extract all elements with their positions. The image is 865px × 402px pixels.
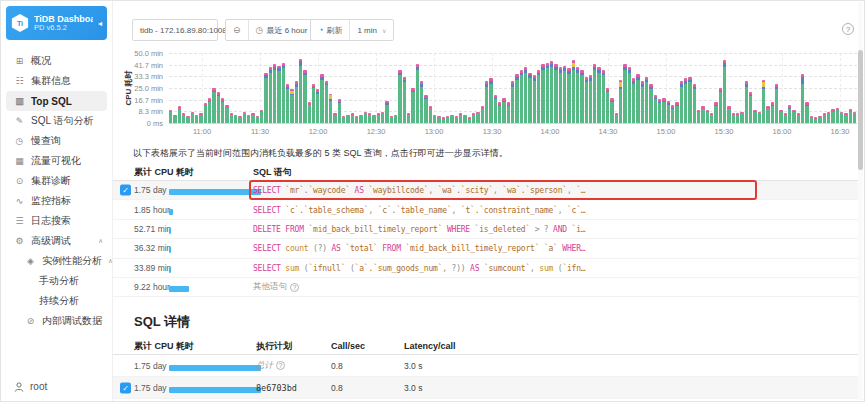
chart-bar-segment-green xyxy=(325,85,328,123)
checkbox-checked[interactable]: ✓ xyxy=(120,382,131,393)
chart-bar-segment-green xyxy=(580,75,583,123)
table-row[interactable]: 1.75 day总计?0.83.0 s xyxy=(113,355,858,377)
chart-bar-segment-green xyxy=(524,73,527,123)
chart-bar xyxy=(827,112,830,123)
cpu-bar-cell xyxy=(169,278,189,296)
chart-bar-segment-green xyxy=(403,82,406,123)
chart-bar-segment-green xyxy=(472,115,475,123)
sidebar-item-overview[interactable]: ⊞概况 xyxy=(1,51,112,71)
sidebar-item-slow-query[interactable]: ◷慢查询 xyxy=(1,131,112,151)
sidebar-item-label: 概况 xyxy=(31,54,51,68)
chart-bar xyxy=(836,108,839,123)
chart-x-tick: 12:00 xyxy=(309,127,328,136)
sidebar-item-manual-profiling[interactable]: 手动分析 xyxy=(1,271,112,291)
chart-bar xyxy=(398,70,401,123)
chart-bar xyxy=(792,110,795,123)
table-row[interactable]: 52.71 minDELETE FROM `mid_back_bill_time… xyxy=(113,220,858,239)
sidebar-item-continuous-profiling[interactable]: 持续分析 xyxy=(1,291,112,311)
scrollbar-thumb[interactable] xyxy=(858,50,863,170)
app-header[interactable]: Ti TiDB Dashboard PD v6.5.2 ◂ xyxy=(6,6,107,40)
sql-statement-text: SELECT sum (`ifnull` (`a`.`sum_goods_num… xyxy=(253,263,585,272)
column-header-cpu[interactable]: 累计 CPU 耗时 xyxy=(134,339,194,352)
chart-bar xyxy=(364,112,367,123)
chart-bar-segment-green xyxy=(277,71,280,123)
column-header-cpu[interactable]: 累计 CPU 耗时 xyxy=(134,165,194,178)
sidebar-item-monitoring[interactable]: ∿监控指标 xyxy=(1,191,112,211)
chart-bar-segment-green xyxy=(797,115,800,123)
sql-detail-table: 累计 CPU 耗时 执行计划 Call/sec Latency/call 1.7… xyxy=(113,337,858,399)
chart-bar xyxy=(619,80,622,123)
scrollbar-track[interactable] xyxy=(858,2,863,400)
table-row[interactable]: 9.22 hour其他语句? xyxy=(113,278,858,297)
chart-bar xyxy=(173,115,176,123)
chart-bar xyxy=(567,68,570,123)
sidebar-item-debug[interactable]: ⚙高级调试∧ xyxy=(1,231,112,251)
chart-bar xyxy=(727,106,730,123)
cpu-time-bar xyxy=(169,286,189,292)
refresh-button[interactable]: ◔ 刷新 xyxy=(311,20,349,40)
internal-data-icon: ⊘ xyxy=(25,316,36,326)
checkbox-checked[interactable]: ✓ xyxy=(120,185,131,196)
chart-bar-segment-green xyxy=(671,109,674,123)
column-header-latency[interactable]: Latency/call xyxy=(404,341,456,351)
cpu-bar-cell xyxy=(169,201,173,219)
chart-bar-segment-green xyxy=(623,70,626,123)
gridline xyxy=(169,123,857,124)
chart-bar xyxy=(277,66,280,123)
help-icon[interactable]: ? xyxy=(842,23,854,35)
table-row[interactable]: 1.85 hourSELECT `c`.`table_schema`, `c`.… xyxy=(113,200,858,219)
chart-bar xyxy=(632,78,635,123)
debug-icon: ⚙ xyxy=(14,236,25,246)
chart-bar-segment-green xyxy=(290,95,293,123)
chart-bar-segment-green xyxy=(788,109,791,123)
chart-bar-segment-green xyxy=(723,67,726,123)
chart-bar-segment-green xyxy=(550,67,553,123)
sidebar-item-key-viz[interactable]: ▦流量可视化 xyxy=(1,151,112,171)
table-row[interactable]: ✓1.75 day8e6703bd0.83.0 s xyxy=(113,377,858,399)
instance-select[interactable]: tidb - 172.16.89.80:10080 ∨ xyxy=(132,19,218,41)
chart-bar xyxy=(385,101,388,123)
sidebar-collapse-icon[interactable]: ◂ xyxy=(98,19,102,28)
chart-bar-segment-green xyxy=(308,105,311,123)
sidebar-item-diagnose[interactable]: ⊙集群诊断 xyxy=(1,171,112,191)
table-row[interactable]: 33.89 minSELECT sum (`ifnull` (`a`.`sum_… xyxy=(113,259,858,278)
column-header-plan[interactable]: 执行计划 xyxy=(256,339,292,352)
sidebar-item-internal-debug-data[interactable]: ⊘内部调试数据 xyxy=(1,311,112,331)
sidebar-item-label: 集群信息 xyxy=(31,74,71,88)
chart-bar xyxy=(442,117,445,123)
chart-bar xyxy=(758,112,761,123)
sidebar-item-label: 慢查询 xyxy=(31,134,61,148)
chart-bar-segment-green xyxy=(394,116,397,123)
sidebar-item-log-search[interactable]: ☰日志搜索 xyxy=(1,211,112,231)
zoom-out-button[interactable]: ⊖ xyxy=(226,20,248,40)
column-header-sql[interactable]: SQL 语句 xyxy=(253,165,292,178)
chart-bar xyxy=(338,99,341,123)
sql-statement-text: DELETE FROM `mid_back_bill_timely_report… xyxy=(253,224,585,233)
chart-bar xyxy=(316,89,319,123)
cpu-time-chart[interactable] xyxy=(169,53,857,123)
chart-bar-segment-green xyxy=(554,70,557,123)
user-menu[interactable]: root xyxy=(14,381,47,392)
refresh-interval-select[interactable]: 1 min ∨ xyxy=(350,20,393,40)
chart-bar xyxy=(528,73,531,123)
chart-bar xyxy=(771,102,774,123)
log-search-icon: ☰ xyxy=(14,216,25,226)
chart-bar-segment-green xyxy=(260,112,263,123)
sidebar-item-instance-profiling[interactable]: ◈实例性能分析∧ xyxy=(1,251,112,271)
chart-bar-segment-green xyxy=(286,89,289,123)
table-row[interactable]: 36.32 minSELECT count (?) AS `total` FRO… xyxy=(113,239,858,258)
chart-bar-segment-green xyxy=(740,113,743,123)
sidebar-item-sql-statements[interactable]: ✎SQL 语句分析 xyxy=(1,111,112,131)
chart-bar xyxy=(403,77,406,123)
chart-bar-segment-green xyxy=(675,106,678,123)
chart-bar xyxy=(476,112,479,123)
chart-x-tick: 12:30 xyxy=(367,127,386,136)
column-header-callsec[interactable]: Call/sec xyxy=(331,341,365,351)
chart-x-tick: 16:30 xyxy=(831,127,850,136)
table-row[interactable]: ✓1.75 daySELECT `mr`.`waycode` AS `waybi… xyxy=(113,181,858,200)
chart-bar xyxy=(243,112,246,123)
chart-bar xyxy=(446,116,449,123)
sidebar-item-cluster-info[interactable]: ☷集群信息 xyxy=(1,71,112,91)
sidebar-item-top-sql[interactable]: ▥Top SQL xyxy=(6,91,107,111)
chart-bar-segment-green xyxy=(597,73,600,123)
